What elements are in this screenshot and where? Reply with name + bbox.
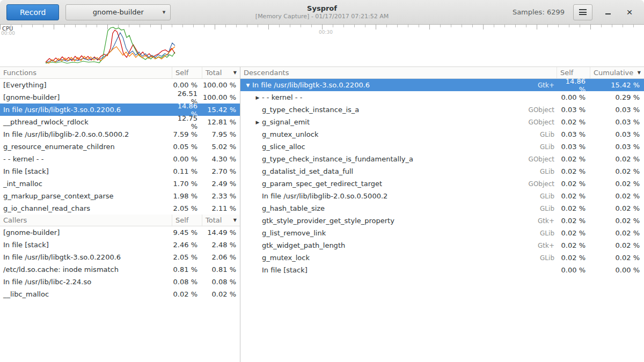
callers-column-header[interactable]: Callers — [0, 215, 172, 226]
table-row[interactable]: In file /usr/lib/libc-2.24.so0.08 %0.08 … — [0, 276, 240, 288]
window-subtitle: [Memory Capture] - 01/17/2017 07:21:52 A… — [255, 13, 389, 20]
functions-total-column-header[interactable]: Total ▼ — [202, 67, 240, 78]
table-row[interactable]: _int_malloc1.70 %2.49 % — [0, 178, 240, 190]
headerbar: Record gnome-builder ▾ Sysprof [Memory C… — [0, 0, 644, 25]
window-title: Sysprof — [255, 4, 389, 12]
cumulative-percent: 0.03 % — [590, 106, 644, 114]
samples-count: Samples: 6299 — [513, 8, 565, 16]
cumulative-percent: 0.02 % — [590, 217, 644, 225]
function-name: __libc_malloc — [0, 290, 172, 298]
descendants-table: ▼In file /usr/lib/libgtk-3.so.0.2200.6Gt… — [240, 79, 644, 276]
cumulative-percent: 0.29 % — [590, 93, 644, 101]
function-name: [Everything] — [0, 81, 172, 89]
expander-open-icon[interactable]: ▼ — [244, 83, 252, 88]
self-percent: 14.86 % — [557, 77, 590, 93]
function-name: In file /usr/lib/libgtk-3.so.0.2200.6 — [0, 253, 172, 261]
expander-closed-icon[interactable]: ▶ — [253, 120, 262, 125]
table-row[interactable]: g_markup_parse_context_parse1.98 %2.33 % — [0, 190, 240, 202]
cpu-usage-graph — [0, 25, 644, 65]
menu-button[interactable] — [573, 4, 592, 20]
table-row[interactable]: __libc_malloc0.02 %0.02 % — [0, 288, 240, 300]
library-tag: GLib — [540, 205, 557, 212]
table-row[interactable]: g_mutex_unlockGLib0.03 %0.03 % — [240, 128, 644, 141]
minimize-button[interactable] — [600, 4, 616, 20]
function-name: In file /usr/lib/libglib-2.0.so.0.5000.2 — [0, 130, 172, 138]
self-percent: 0.02 % — [557, 180, 590, 188]
function-name: In file /usr/lib/libglib-2.0.so.0.5000.2 — [262, 192, 387, 200]
table-row[interactable]: gtk_style_provider_get_style_propertyGtk… — [240, 215, 644, 227]
self-percent: 0.02 % — [557, 204, 590, 212]
cumulative-percent: 0.03 % — [590, 143, 644, 151]
table-row[interactable]: [gnome-builder]9.45 %14.49 % — [0, 226, 240, 239]
table-row[interactable]: gtk_widget_path_lengthGtk+0.02 %0.02 % — [240, 239, 644, 252]
cumulative-percent: 0.00 % — [590, 266, 644, 274]
table-row[interactable]: [gnome-builder]26.51 %100.00 % — [0, 91, 240, 104]
self-percent: 2.46 % — [172, 241, 202, 249]
table-row[interactable]: __pthread_rwlock_rdlock12.75 %12.81 % — [0, 116, 240, 128]
library-tag: GLib — [540, 254, 557, 262]
record-button[interactable]: Record — [6, 4, 59, 20]
chevron-down-icon: ▾ — [163, 9, 166, 16]
callers-total-column-header[interactable]: Total ▼ — [202, 215, 240, 226]
table-row[interactable]: In file [stack]0.00 %0.00 % — [240, 264, 644, 276]
table-row[interactable]: g_hash_table_sizeGLib0.02 %0.02 % — [240, 202, 644, 215]
sort-indicator-icon: ▼ — [231, 70, 237, 75]
self-percent: 0.02 % — [557, 192, 590, 200]
table-row[interactable]: g_param_spec_get_redirect_targetGObject0… — [240, 178, 644, 190]
table-row[interactable]: In file /usr/lib/libglib-2.0.so.0.5000.2… — [240, 190, 644, 202]
function-name: [gnome-builder] — [0, 93, 172, 101]
table-row[interactable]: g_type_check_instance_is_fundamentally_a… — [240, 153, 644, 165]
library-tag: GObject — [529, 156, 557, 163]
library-tag: GLib — [540, 168, 557, 175]
self-percent: 0.02 % — [557, 254, 590, 262]
table-row[interactable]: /etc/ld.so.cache: inode mismatch0.81 %0.… — [0, 263, 240, 276]
self-percent: 0.02 % — [557, 217, 590, 225]
process-selector-dropdown[interactable]: gnome-builder ▾ — [65, 4, 171, 20]
library-tag: GObject — [529, 119, 557, 126]
library-tag: GLib — [540, 230, 557, 237]
table-row[interactable]: ▶- - kernel - -0.00 %0.29 % — [240, 91, 644, 104]
expander-closed-icon[interactable]: ▶ — [253, 95, 262, 100]
table-row[interactable]: ▼In file /usr/lib/libgtk-3.so.0.2200.6Gt… — [240, 79, 644, 91]
library-tag: Gtk+ — [538, 242, 557, 249]
close-button[interactable]: × — [621, 4, 638, 20]
function-name: In file /usr/lib/libgtk-3.so.0.2200.6 — [252, 81, 370, 89]
function-name: g_hash_table_size — [262, 204, 325, 212]
table-row[interactable]: g_slice_allocGLib0.03 %0.03 % — [240, 141, 644, 153]
table-row[interactable]: In file /usr/lib/libglib-2.0.so.0.5000.2… — [0, 128, 240, 141]
function-name: In file [stack] — [0, 241, 172, 249]
table-row[interactable]: g_list_remove_linkGLib0.02 %0.02 % — [240, 227, 644, 239]
table-row[interactable]: - - kernel - -0.00 %4.30 % — [0, 153, 240, 165]
descendants-column-header[interactable]: Descendants — [240, 67, 557, 78]
self-percent: 7.59 % — [172, 130, 202, 138]
self-percent: 2.05 % — [172, 204, 202, 212]
table-row[interactable]: In file /usr/lib/libgtk-3.so.0.2200.614.… — [0, 104, 240, 116]
self-percent: 0.03 % — [557, 106, 590, 114]
functions-self-column-header[interactable]: Self — [172, 67, 202, 78]
table-row[interactable]: ▶g_signal_emitGObject0.02 %0.03 % — [240, 116, 644, 128]
function-name: [gnome-builder] — [0, 228, 172, 237]
table-row[interactable]: g_resource_enumerate_children0.05 %5.02 … — [0, 141, 240, 153]
cumulative-percent: 0.02 % — [590, 204, 644, 212]
functions-column-header[interactable]: Functions — [0, 67, 172, 78]
table-row[interactable]: In file [stack]2.46 %2.48 % — [0, 239, 240, 251]
self-percent: 0.02 % — [557, 241, 590, 249]
callers-self-column-header[interactable]: Self — [172, 215, 202, 226]
total-percent: 2.70 % — [202, 167, 240, 175]
cpu-timeline[interactable]: CPU 00:00 00:30 — [0, 25, 644, 67]
function-name: _int_malloc — [0, 180, 172, 188]
table-row[interactable]: g_mutex_lockGLib0.02 %0.02 % — [240, 252, 644, 264]
profile-panes: Functions Self Total ▼ [Everything]0.00 … — [0, 67, 644, 362]
table-row[interactable]: g_io_channel_read_chars2.05 %2.11 % — [0, 202, 240, 215]
function-name: g_mutex_unlock — [262, 130, 318, 138]
cumulative-percent: 0.02 % — [590, 167, 644, 175]
table-row[interactable]: In file /usr/lib/libgtk-3.so.0.2200.62.0… — [0, 251, 240, 263]
table-row[interactable]: g_datalist_id_set_data_fullGLib0.02 %0.0… — [240, 165, 644, 178]
table-row[interactable]: [Everything]0.00 %100.00 % — [0, 79, 240, 91]
total-percent: 0.81 % — [202, 265, 240, 274]
descendants-cumulative-column-header[interactable]: Cumulative ▼ — [590, 67, 644, 78]
function-name: gtk_style_provider_get_style_property — [262, 217, 394, 225]
table-row[interactable]: g_type_check_instance_is_aGObject0.03 %0… — [240, 104, 644, 116]
total-percent: 12.81 % — [202, 118, 240, 126]
table-row[interactable]: In file [stack]0.11 %2.70 % — [0, 165, 240, 178]
